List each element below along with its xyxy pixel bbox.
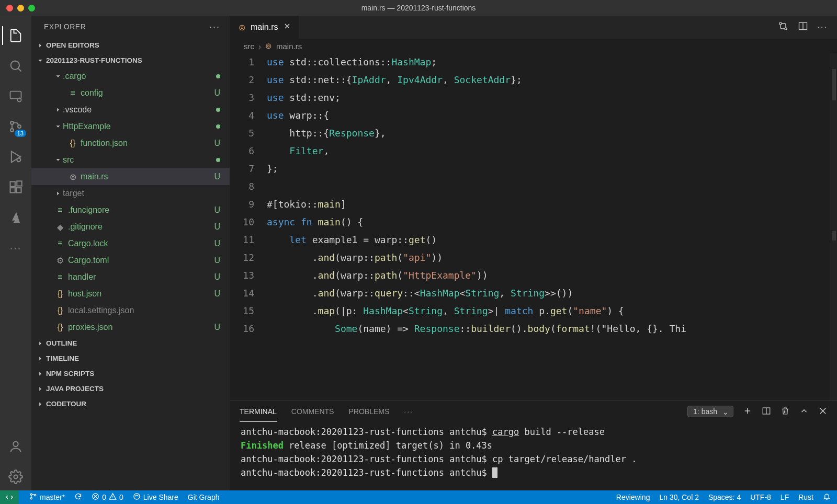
json-icon: {} — [54, 306, 66, 315]
svg-point-5 — [18, 125, 21, 128]
panel-tab-problems[interactable]: PROBLEMS — [348, 401, 389, 422]
file-tree: OPEN EDITORS 20201123-RUST-FUNCTIONS .ca… — [31, 38, 230, 490]
folder-vscode[interactable]: .vscode — [31, 101, 230, 118]
file-cargotoml[interactable]: ⚙ Cargo.toml U — [31, 252, 230, 269]
panel-tabs: TERMINAL COMMENTS PROBLEMS ··· 1: bash ⌄ — [230, 401, 837, 422]
chevron-down-icon: ⌄ — [722, 408, 729, 416]
git-modified-dot — [216, 108, 220, 112]
git-graph[interactable]: Git Graph — [188, 493, 220, 501]
editor-tabs: ⊚ main.rs ··· — [230, 16, 837, 39]
svg-point-18 — [30, 498, 32, 499]
minimize-window-button[interactable] — [17, 5, 24, 12]
problems-count[interactable]: 0 0 — [92, 492, 123, 502]
settings-gear-icon[interactable] — [2, 463, 29, 490]
file-function-json[interactable]: {} function.json U — [31, 135, 230, 152]
panel-tab-terminal[interactable]: TERMINAL — [240, 401, 277, 422]
folder-target[interactable]: target — [31, 185, 230, 202]
scm-badge: 13 — [15, 130, 26, 137]
azure-icon[interactable] — [2, 204, 29, 231]
close-tab-icon[interactable] — [283, 22, 291, 32]
git-status-untracked: U — [211, 222, 220, 232]
indent-spaces[interactable]: Spaces: 4 — [708, 493, 741, 501]
run-debug-icon[interactable] — [2, 143, 29, 170]
git-status-untracked: U — [211, 205, 220, 215]
svg-point-21 — [134, 494, 140, 499]
section-outline[interactable]: OUTLINE — [31, 336, 230, 351]
svg-point-11 — [13, 442, 18, 446]
section-project[interactable]: 20201123-RUST-FUNCTIONS — [31, 53, 230, 68]
cursor-position[interactable]: Ln 30, Col 2 — [659, 493, 699, 501]
file-cargolock[interactable]: ≡ Cargo.lock U — [31, 235, 230, 252]
maximize-panel-icon[interactable] — [799, 406, 809, 417]
section-npm[interactable]: NPM SCRIPTS — [31, 366, 230, 381]
search-icon[interactable] — [2, 52, 29, 79]
file-localsettings[interactable]: {} local.settings.json — [31, 302, 230, 319]
split-editor-icon[interactable] — [798, 21, 808, 33]
terminal-body[interactable]: antchu-macbook:20201123-rust-functions a… — [230, 422, 837, 490]
section-timeline[interactable]: TIMELINE — [31, 351, 230, 366]
file-icon: ≡ — [54, 239, 66, 248]
language-mode[interactable]: Rust — [798, 493, 813, 501]
rust-icon: ⊚ — [239, 22, 245, 32]
folder-httpexample[interactable]: HttpExample — [31, 118, 230, 135]
code-content[interactable]: use std::collections::HashMap; use std::… — [267, 53, 837, 400]
git-status-untracked: U — [211, 88, 220, 98]
file-config[interactable]: ≡ config U — [31, 85, 230, 101]
explorer-more-icon[interactable]: ··· — [209, 21, 220, 32]
maximize-window-button[interactable] — [28, 5, 35, 12]
split-terminal-icon[interactable] — [762, 406, 771, 417]
window-title: main.rs — 20201123-rust-functions — [361, 4, 476, 12]
remote-explorer-icon[interactable] — [2, 83, 29, 110]
section-codetour[interactable]: CODETOUR — [31, 396, 230, 411]
folder-src[interactable]: src — [31, 152, 230, 168]
breadcrumb-src[interactable]: src — [244, 42, 254, 51]
compare-changes-icon[interactable] — [778, 21, 788, 33]
file-gitignore[interactable]: ◆ .gitignore U — [31, 219, 230, 235]
code-editor[interactable]: 12345678910111213141516 use std::collect… — [230, 53, 837, 400]
file-handler[interactable]: ≡ handler U — [31, 269, 230, 285]
new-terminal-icon[interactable] — [743, 406, 752, 417]
sync-changes[interactable] — [74, 492, 82, 502]
file-hostjson[interactable]: {} host.json U — [31, 285, 230, 302]
git-branch[interactable]: master* — [29, 492, 65, 502]
file-funcignore[interactable]: ≡ .funcignore U — [31, 202, 230, 219]
more-views-icon[interactable]: ··· — [2, 234, 29, 261]
explorer-icon[interactable] — [2, 22, 29, 49]
editor-actions: ··· — [778, 16, 837, 39]
tab-main-rs[interactable]: ⊚ main.rs — [230, 16, 299, 39]
file-proxiesjson[interactable]: {} proxies.json U — [31, 319, 230, 336]
terminal-select[interactable]: 1: bash ⌄ — [687, 406, 733, 417]
remote-indicator[interactable] — [0, 490, 19, 504]
more-actions-icon[interactable]: ··· — [818, 22, 828, 32]
kill-terminal-icon[interactable] — [781, 406, 790, 417]
extensions-icon[interactable] — [2, 174, 29, 201]
reviewing-status[interactable]: Reviewing — [616, 493, 650, 501]
close-panel-icon[interactable] — [818, 406, 828, 417]
section-open-editors[interactable]: OPEN EDITORS — [31, 38, 230, 53]
section-java[interactable]: JAVA PROJECTS — [31, 381, 230, 396]
window-controls — [0, 5, 35, 12]
line-numbers: 12345678910111213141516 — [230, 53, 267, 400]
panel-tab-comments[interactable]: COMMENTS — [291, 401, 334, 422]
encoding[interactable]: UTF-8 — [750, 493, 771, 501]
eol[interactable]: LF — [781, 493, 789, 501]
close-window-button[interactable] — [6, 5, 13, 12]
titlebar: main.rs — 20201123-rust-functions — [0, 0, 837, 16]
notifications-icon[interactable] — [823, 492, 831, 502]
explorer-title: EXPLORER — [44, 22, 86, 31]
git-status-untracked: U — [211, 289, 220, 299]
tab-label: main.rs — [251, 22, 278, 32]
status-bar: master* 0 0 Live Share Git Graph Reviewi… — [0, 490, 837, 504]
gear-icon: ⚙ — [54, 256, 66, 266]
svg-rect-7 — [10, 182, 15, 187]
live-share[interactable]: Live Share — [133, 492, 178, 502]
accounts-icon[interactable] — [2, 433, 29, 460]
breadcrumb-file[interactable]: main.rs — [276, 42, 302, 51]
panel-more-icon[interactable]: ··· — [404, 401, 413, 422]
file-main-rs[interactable]: ⊚ main.rs U — [31, 168, 230, 185]
folder-cargo[interactable]: .cargo — [31, 68, 230, 85]
breadcrumb[interactable]: src › ⊚ main.rs — [230, 39, 837, 53]
source-control-icon[interactable]: 13 — [2, 113, 29, 140]
minimap[interactable] — [830, 53, 837, 400]
svg-point-0 — [11, 61, 19, 70]
